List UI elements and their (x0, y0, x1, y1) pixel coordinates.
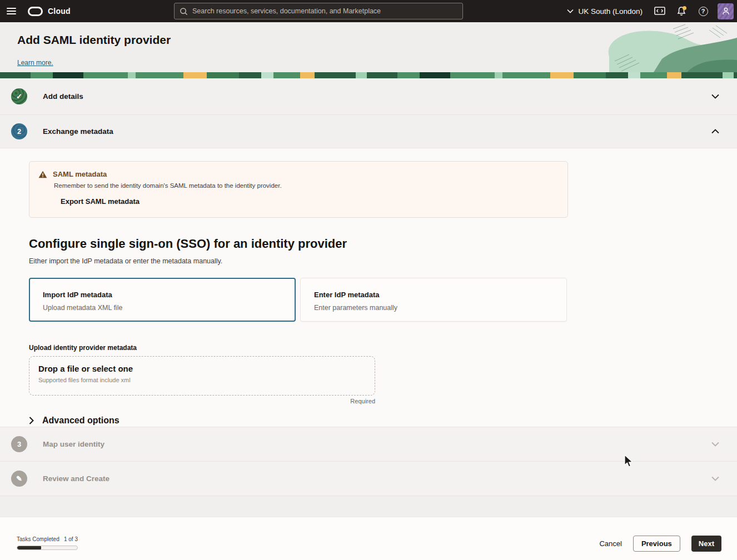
file-dropzone[interactable]: Drop a file or select one Supported file… (29, 356, 375, 396)
wizard-steps: ✓ Add details 2 Exchange metadata (0, 78, 737, 496)
topbar: Cloud UK South (London) (0, 0, 737, 22)
global-search[interactable] (174, 3, 463, 19)
footer-actions: Cancel Previous Next (599, 536, 721, 552)
step1-label: Add details (43, 92, 83, 101)
chevron-down-icon[interactable] (711, 476, 726, 481)
step4-pencil-icon: ✎ (11, 471, 27, 487)
step2-label: Exchange metadata (43, 127, 113, 136)
card-enter-idp-metadata[interactable]: Enter IdP metadata Enter parameters manu… (300, 278, 567, 322)
step-add-details[interactable]: ✓ Add details (0, 78, 737, 115)
notifications-bell-icon[interactable] (673, 2, 690, 20)
wizard-footer: Tasks Completed 1 of 3 Cancel Previous N… (0, 517, 737, 560)
oracle-logo-icon (28, 7, 43, 16)
region-label: UK South (London) (578, 7, 643, 16)
step2-number-badge: 2 (11, 123, 27, 139)
step-map-user-identity[interactable]: 3 Map user identity (0, 427, 737, 462)
sso-section-subheading: Either import the IdP metadata or enter … (29, 257, 708, 265)
card-title: Import IdP metadata (43, 291, 282, 299)
page-header: Add SAML identity provider Learn more. (0, 22, 737, 72)
chevron-down-icon (567, 9, 574, 13)
cloud-shell-icon[interactable] (651, 2, 669, 20)
warning-message: Remember to send the identity domain's S… (54, 182, 559, 189)
sso-section-heading: Configure single sign-on (SSO) for an id… (29, 237, 708, 251)
dropzone-subtitle: Supported files format include xml (38, 377, 366, 383)
metadata-method-cards: Import IdP metadata Upload metadata XML … (29, 278, 708, 322)
step3-number-badge: 3 (11, 436, 27, 452)
required-hint: Required (29, 398, 375, 404)
help-icon[interactable]: ? (694, 2, 712, 20)
tasks-progress: Tasks Completed 1 of 3 (17, 536, 78, 550)
search-input[interactable] (192, 7, 457, 15)
progress-bar (17, 546, 78, 550)
card-title: Enter IdP metadata (314, 291, 553, 299)
warning-title: SAML metadata (53, 170, 107, 178)
notification-badge (683, 6, 686, 10)
chevron-down-icon[interactable] (711, 442, 726, 447)
exchange-metadata-panel: SAML metadata Remember to send the ident… (0, 148, 737, 427)
profile-avatar[interactable] (718, 3, 734, 19)
search-icon (180, 7, 188, 16)
card-description: Enter parameters manually (314, 304, 553, 312)
page-title: Add SAML identity provider (17, 33, 171, 47)
step1-complete-check-icon: ✓ (11, 88, 27, 104)
step3-label: Map user identity (43, 440, 104, 448)
card-description: Upload metadata XML file (43, 304, 282, 312)
person-icon (721, 7, 730, 16)
step4-label: Review and Create (43, 474, 109, 483)
topbar-actions: UK South (London) ? (562, 0, 734, 22)
progress-fill (17, 546, 41, 549)
chevron-right-icon (29, 417, 34, 424)
warning-triangle-icon (38, 171, 47, 178)
add-saml-idp-page: Cloud UK South (London) (0, 0, 737, 560)
previous-button[interactable]: Previous (633, 536, 680, 552)
step-review-and-create[interactable]: ✎ Review and Create (0, 462, 737, 496)
card-import-idp-metadata[interactable]: Import IdP metadata Upload metadata XML … (29, 278, 296, 322)
decorative-mural-strip (0, 72, 737, 78)
saml-metadata-warning: SAML metadata Remember to send the ident… (29, 161, 568, 218)
brand-name: Cloud (48, 7, 71, 16)
tasks-completed-label: Tasks Completed (17, 536, 59, 542)
brand[interactable]: Cloud (28, 7, 71, 16)
next-button[interactable]: Next (691, 536, 721, 552)
advanced-options-toggle[interactable]: Advanced options (29, 416, 708, 426)
step-exchange-metadata[interactable]: 2 Exchange metadata (0, 115, 737, 148)
decorative-art (548, 22, 737, 72)
dropzone-title: Drop a file or select one (38, 364, 366, 373)
menu-icon[interactable] (0, 0, 22, 22)
advanced-options-label: Advanced options (42, 416, 119, 426)
learn-more-link[interactable]: Learn more. (17, 59, 53, 67)
region-selector[interactable]: UK South (London) (562, 7, 647, 16)
chevron-down-icon[interactable] (711, 94, 726, 99)
chevron-up-icon[interactable] (711, 129, 726, 134)
cancel-button[interactable]: Cancel (599, 539, 621, 548)
upload-metadata-field-label: Upload identity provider metadata (29, 344, 708, 352)
tasks-count: 1 of 3 (64, 536, 78, 542)
export-saml-metadata-button[interactable]: Export SAML metadata (61, 197, 140, 206)
